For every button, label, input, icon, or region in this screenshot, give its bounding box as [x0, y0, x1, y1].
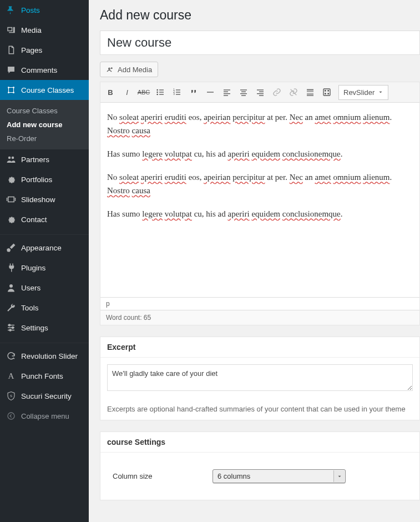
sidebar-label: Media: [21, 26, 42, 34]
svg-rect-30: [224, 95, 228, 96]
chevron-down-icon: [333, 470, 345, 482]
blockquote-button[interactable]: [185, 84, 202, 101]
sidebar-item-posts[interactable]: Posts: [0, 0, 89, 20]
svg-rect-24: [176, 92, 180, 92]
sidebar-item-settings[interactable]: Settings: [0, 318, 89, 338]
sidebar-item-sucuri-security[interactable]: S Sucuri Security: [0, 386, 89, 406]
editor-path: p: [100, 297, 419, 310]
svg-rect-18: [159, 92, 164, 92]
align-left-button[interactable]: [219, 84, 235, 101]
collapse-label: Collapse menu: [21, 412, 69, 420]
svg-point-8: [9, 324, 11, 326]
svg-rect-25: [176, 94, 180, 94]
editor-toolbar: B I ABC 123 RevSlider: [100, 82, 419, 103]
link-button[interactable]: [269, 84, 285, 101]
sidebar-label: Contact: [21, 215, 47, 224]
sidebar-label: Plugins: [21, 264, 45, 272]
submenu-item-reorder[interactable]: Re-Order: [0, 132, 89, 145]
sidebar-item-partners[interactable]: Partners: [0, 149, 89, 169]
sidebar-item-appearance[interactable]: Appearance: [0, 238, 89, 258]
submenu-item-course-classes[interactable]: Course Classes: [0, 104, 89, 118]
menu-separator: [0, 232, 89, 235]
add-media-button[interactable]: Add Media: [100, 62, 158, 77]
more-button[interactable]: [302, 84, 318, 101]
brush-icon: [6, 242, 17, 253]
strikethrough-button[interactable]: ABC: [135, 84, 152, 101]
excerpt-box: Excerpt Excerpts are optional hand-craft…: [100, 337, 420, 420]
italic-button[interactable]: I: [119, 84, 135, 101]
svg-point-3: [13, 92, 14, 93]
course-settings-box: course Settings Column size 6 columns: [100, 431, 420, 500]
sidebar-item-media[interactable]: Media: [0, 20, 89, 40]
sidebar-item-portfolios[interactable]: Portfolios: [0, 169, 89, 189]
svg-rect-32: [241, 92, 246, 92]
sidebar-label: Portfolios: [21, 175, 52, 184]
svg-point-2: [8, 92, 9, 93]
sidebar-item-slideshow[interactable]: Slideshow: [0, 189, 89, 209]
svg-rect-37: [257, 93, 264, 94]
svg-rect-43: [307, 95, 313, 96]
svg-rect-27: [224, 89, 230, 90]
svg-rect-6: [8, 197, 14, 202]
add-media-label: Add Media: [118, 66, 152, 74]
svg-point-1: [13, 87, 14, 88]
bold-button[interactable]: B: [102, 84, 119, 101]
sidebar-item-contact[interactable]: Contact: [0, 209, 89, 229]
sidebar-label: Course Classes: [21, 86, 74, 94]
sidebar-label: Pages: [21, 46, 42, 54]
sidebar-item-pages[interactable]: Pages: [0, 40, 89, 60]
post-title-input[interactable]: [100, 31, 420, 55]
svg-text:S: S: [10, 394, 12, 398]
svg-point-7: [9, 284, 13, 288]
sidebar-label: Slideshow: [21, 195, 55, 204]
svg-rect-46: [327, 90, 329, 92]
svg-point-15: [156, 92, 158, 93]
page-icon: [6, 44, 17, 56]
svg-rect-42: [307, 94, 313, 94]
submenu-item-add-new-course[interactable]: Add new course: [0, 118, 89, 132]
svg-point-14: [156, 89, 158, 91]
user-icon: [6, 282, 17, 293]
numbered-list-button[interactable]: 123: [169, 84, 185, 101]
sidebar-item-tools[interactable]: Tools: [0, 298, 89, 318]
svg-rect-47: [325, 93, 326, 94]
align-right-button[interactable]: [252, 84, 269, 101]
unlink-button[interactable]: [285, 84, 302, 101]
media-icon: [106, 65, 115, 74]
column-size-select[interactable]: 6 columns: [212, 469, 346, 483]
bullet-list-button[interactable]: [152, 84, 169, 101]
svg-point-5: [12, 157, 14, 159]
toolbar-toggle-button[interactable]: [318, 84, 335, 101]
sidebar-item-users[interactable]: Users: [0, 278, 89, 298]
editor: B I ABC 123 RevSlider No: [100, 82, 420, 325]
dropdown-label: RevSlider: [343, 88, 375, 97]
align-center-button[interactable]: [235, 84, 252, 101]
svg-rect-39: [307, 89, 313, 90]
svg-rect-29: [224, 93, 230, 94]
svg-point-0: [8, 87, 9, 88]
hr-button[interactable]: [202, 84, 219, 101]
editor-content[interactable]: No soleat aperiri eruditi eos, apeirian …: [100, 103, 419, 297]
slides-icon: [6, 194, 17, 205]
sidebar-item-course-classes[interactable]: Course Classes: [0, 80, 89, 100]
svg-rect-23: [176, 89, 180, 90]
collapse-menu-button[interactable]: Collapse menu: [0, 406, 89, 426]
svg-rect-19: [159, 94, 164, 94]
shield-icon: S: [6, 390, 17, 401]
sidebar-item-comments[interactable]: Comments: [0, 60, 89, 80]
svg-point-10: [9, 329, 11, 331]
gear-icon: [6, 214, 17, 225]
excerpt-help: Excerpts are optional hand-crafted summa…: [100, 399, 419, 420]
revslider-dropdown[interactable]: RevSlider: [338, 85, 388, 100]
refresh-icon: [6, 350, 17, 362]
sidebar-item-punch-fonts[interactable]: A Punch Fonts: [0, 366, 89, 386]
svg-rect-34: [241, 95, 246, 96]
sidebar-item-revolution-slider[interactable]: Revolution Slider: [0, 346, 89, 366]
sidebar-item-plugins[interactable]: Plugins: [0, 258, 89, 278]
page-title: Add new course: [100, 8, 420, 23]
svg-point-12: [8, 413, 14, 419]
svg-text:3: 3: [173, 93, 175, 96]
svg-rect-33: [240, 93, 247, 94]
sidebar-label: Users: [21, 284, 41, 292]
excerpt-textarea[interactable]: [107, 364, 413, 391]
